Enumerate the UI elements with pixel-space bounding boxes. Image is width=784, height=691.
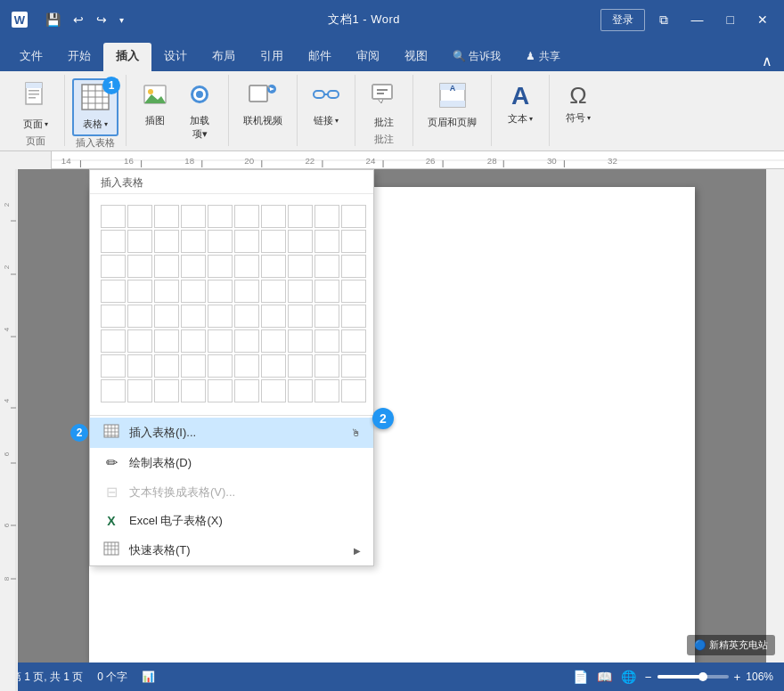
grid-cell-2-1[interactable] bbox=[127, 255, 152, 278]
tab-insert[interactable]: 插入 bbox=[103, 43, 151, 71]
grid-cell-3-0[interactable] bbox=[101, 280, 126, 303]
grid-cell-4-9[interactable] bbox=[341, 305, 366, 328]
grid-cell-6-6[interactable] bbox=[261, 354, 286, 378]
tab-layout[interactable]: 布局 bbox=[200, 43, 248, 71]
comment-button[interactable]: 批注 bbox=[363, 78, 405, 133]
grid-cell-0-6[interactable] bbox=[261, 205, 286, 228]
grid-cell-1-7[interactable] bbox=[288, 230, 313, 253]
grid-cell-4-5[interactable] bbox=[234, 305, 259, 328]
table-button[interactable]: 表格 ▾ 1 bbox=[72, 78, 118, 136]
grid-cell-3-5[interactable] bbox=[234, 280, 259, 303]
grid-cell-5-1[interactable] bbox=[127, 329, 152, 353]
grid-cell-5-3[interactable] bbox=[181, 329, 206, 353]
grid-cell-3-2[interactable] bbox=[154, 280, 179, 303]
view-read-btn[interactable]: 📖 bbox=[597, 670, 612, 684]
view-normal-btn[interactable]: 📄 bbox=[573, 670, 588, 684]
grid-cell-7-6[interactable] bbox=[261, 379, 286, 402]
grid-cell-6-2[interactable] bbox=[154, 354, 179, 378]
grid-cell-4-1[interactable] bbox=[127, 305, 152, 328]
symbol-button[interactable]: Ω 符号▾ bbox=[557, 78, 600, 128]
grid-cell-4-4[interactable] bbox=[208, 305, 233, 328]
text-button[interactable]: A 文本▾ bbox=[499, 78, 542, 129]
login-button[interactable]: 登录 bbox=[600, 9, 645, 31]
tab-help[interactable]: 🔍 告诉我 bbox=[440, 44, 513, 71]
maximize-button[interactable]: □ bbox=[718, 9, 743, 30]
zoom-in-btn[interactable]: + bbox=[734, 671, 741, 684]
grid-cell-3-6[interactable] bbox=[261, 280, 286, 303]
grid-cell-3-8[interactable] bbox=[314, 280, 339, 303]
grid-cell-5-6[interactable] bbox=[261, 329, 286, 353]
grid-cell-3-4[interactable] bbox=[208, 280, 233, 303]
insert-table-menu-item[interactable]: 插入表格(I)... 2 🖱 bbox=[90, 418, 373, 448]
close-button[interactable]: ✕ bbox=[748, 9, 777, 30]
grid-cell-7-9[interactable] bbox=[341, 379, 366, 402]
grid-cell-3-9[interactable] bbox=[341, 280, 366, 303]
links-button[interactable]: 链接▾ bbox=[305, 78, 347, 131]
customize-button[interactable]: ▾ bbox=[115, 13, 128, 27]
grid-cell-5-0[interactable] bbox=[101, 329, 126, 353]
tab-design[interactable]: 设计 bbox=[151, 43, 200, 71]
grid-cell-6-4[interactable] bbox=[208, 354, 233, 378]
grid-cell-2-4[interactable] bbox=[208, 255, 233, 278]
grid-cell-0-0[interactable] bbox=[101, 205, 126, 228]
grid-cell-7-0[interactable] bbox=[101, 379, 126, 402]
grid-cell-6-3[interactable] bbox=[181, 354, 206, 378]
grid-cell-1-5[interactable] bbox=[234, 230, 259, 253]
draw-table-menu-item[interactable]: ✏ 绘制表格(D) bbox=[90, 448, 373, 477]
grid-cell-4-0[interactable] bbox=[101, 305, 126, 328]
ribbon-collapse-button[interactable]: ∧ bbox=[757, 51, 777, 71]
grid-cell-2-8[interactable] bbox=[314, 255, 339, 278]
grid-cell-2-5[interactable] bbox=[234, 255, 259, 278]
grid-cell-7-2[interactable] bbox=[154, 379, 179, 402]
addins-button[interactable]: 加载项▾ bbox=[178, 78, 221, 144]
grid-cell-6-5[interactable] bbox=[234, 354, 259, 378]
grid-cell-6-1[interactable] bbox=[127, 354, 152, 378]
online-video-button[interactable]: 联机视频 bbox=[236, 78, 290, 131]
grid-cell-4-6[interactable] bbox=[261, 305, 286, 328]
grid-cell-7-7[interactable] bbox=[288, 379, 313, 402]
grid-cell-0-9[interactable] bbox=[341, 205, 366, 228]
grid-cell-2-9[interactable] bbox=[341, 255, 366, 278]
quick-table-menu-item[interactable]: 快速表格(T) ▶ bbox=[90, 535, 373, 565]
grid-cell-6-0[interactable] bbox=[101, 354, 126, 378]
grid-cell-1-8[interactable] bbox=[314, 230, 339, 253]
grid-cell-7-3[interactable] bbox=[181, 379, 206, 402]
grid-cell-0-8[interactable] bbox=[314, 205, 339, 228]
grid-cell-0-5[interactable] bbox=[234, 205, 259, 228]
redo-button[interactable]: ↪ bbox=[92, 11, 111, 28]
grid-cell-0-4[interactable] bbox=[208, 205, 233, 228]
tab-home[interactable]: 开始 bbox=[55, 43, 103, 71]
grid-cell-1-9[interactable] bbox=[341, 230, 366, 253]
grid-cell-5-9[interactable] bbox=[341, 329, 366, 353]
save-button[interactable]: 💾 bbox=[41, 11, 65, 28]
document-area[interactable]: 插入表格 插入表格(I)... bbox=[18, 169, 766, 663]
undo-button[interactable]: ↩ bbox=[69, 11, 88, 28]
window-restore-btn[interactable]: ⧉ bbox=[650, 9, 677, 31]
header-footer-button[interactable]: A 页眉和页脚 bbox=[421, 78, 484, 133]
grid-cell-1-6[interactable] bbox=[261, 230, 286, 253]
grid-cell-7-8[interactable] bbox=[314, 379, 339, 402]
grid-cell-5-5[interactable] bbox=[234, 329, 259, 353]
grid-cell-0-3[interactable] bbox=[181, 205, 206, 228]
grid-cell-1-4[interactable] bbox=[208, 230, 233, 253]
grid-cell-4-2[interactable] bbox=[154, 305, 179, 328]
grid-cell-7-5[interactable] bbox=[234, 379, 259, 402]
tab-mail[interactable]: 邮件 bbox=[296, 43, 344, 71]
view-web-btn[interactable]: 🌐 bbox=[621, 670, 636, 684]
grid-cell-6-7[interactable] bbox=[288, 354, 313, 378]
grid-cell-5-2[interactable] bbox=[154, 329, 179, 353]
tab-review[interactable]: 审阅 bbox=[344, 43, 392, 71]
grid-cell-6-9[interactable] bbox=[341, 354, 366, 378]
grid-cell-2-6[interactable] bbox=[261, 255, 286, 278]
tab-share[interactable]: ♟ 共享 bbox=[513, 44, 572, 71]
grid-cell-4-8[interactable] bbox=[314, 305, 339, 328]
zoom-out-btn[interactable]: − bbox=[645, 671, 652, 684]
grid-cell-2-0[interactable] bbox=[101, 255, 126, 278]
grid-cell-2-2[interactable] bbox=[154, 255, 179, 278]
grid-cell-5-7[interactable] bbox=[288, 329, 313, 353]
minimize-button[interactable]: — bbox=[682, 9, 713, 30]
grid-cell-2-3[interactable] bbox=[181, 255, 206, 278]
grid-cell-7-4[interactable] bbox=[208, 379, 233, 402]
zoom-slider[interactable] bbox=[657, 675, 729, 679]
grid-cell-7-1[interactable] bbox=[127, 379, 152, 402]
